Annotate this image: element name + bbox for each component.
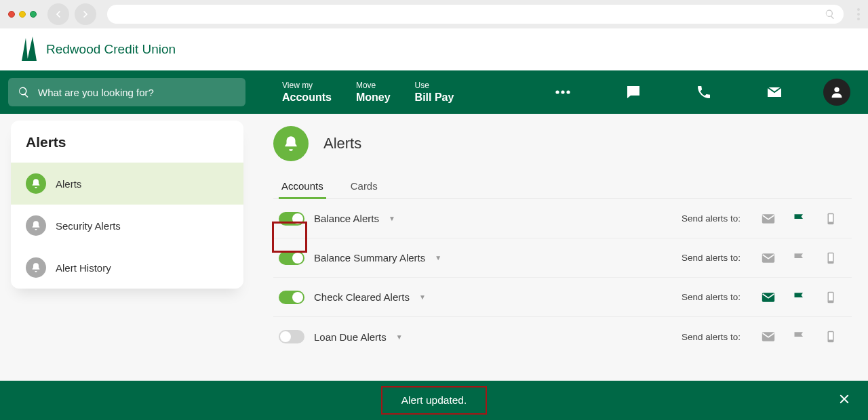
tab-accounts[interactable]: Accounts (280, 175, 325, 198)
bell-icon (26, 173, 46, 194)
main-header: Alerts (273, 126, 852, 161)
mail-icon (766, 84, 783, 100)
alert-row-loan-due: Loan Due Alerts ▼ Send alerts to: (273, 317, 852, 356)
mail-icon (762, 331, 775, 343)
chevron-down-icon[interactable]: ▼ (396, 333, 403, 341)
sidebar-item-label: Alert History (56, 262, 111, 274)
sidebar: Alerts Alerts Security Alerts Alert Hist… (0, 114, 254, 356)
sidebar-title: Alerts (11, 121, 243, 163)
browser-menu-button[interactable] (857, 8, 860, 20)
svg-point-4 (834, 87, 839, 92)
phone-icon (696, 84, 712, 100)
person-icon (829, 85, 844, 100)
sidebar-item-label: Alerts (56, 178, 81, 190)
mail-icon (762, 213, 775, 225)
channel-text[interactable] (789, 211, 810, 226)
close-window-icon[interactable] (8, 11, 15, 18)
channel-email[interactable] (758, 290, 778, 305)
minimize-window-icon[interactable] (19, 11, 26, 18)
mobile-icon (824, 291, 837, 303)
toast-close-button[interactable] (838, 393, 850, 408)
svg-rect-16 (829, 332, 833, 339)
sidebar-item-security-alerts[interactable]: Security Alerts (11, 205, 243, 247)
sidebar-card: Alerts Alerts Security Alerts Alert Hist… (11, 121, 243, 289)
sidebar-item-alerts[interactable]: Alerts (11, 163, 243, 205)
maximize-window-icon[interactable] (30, 11, 37, 18)
toggle-balance-summary-alerts[interactable] (279, 251, 304, 265)
bell-icon (26, 257, 46, 278)
dots-horizontal-icon (555, 89, 571, 95)
svg-point-1 (561, 90, 564, 93)
bell-icon (26, 215, 46, 236)
call-button[interactable] (688, 84, 720, 100)
alert-label: Check Cleared Alerts (314, 291, 410, 303)
send-to-label: Send alerts to: (682, 292, 741, 302)
send-to-label: Send alerts to: (682, 213, 741, 224)
toggle-loan-due-alerts[interactable] (279, 330, 304, 343)
alert-row-balance: Balance Alerts ▼ Send alerts to: (273, 199, 852, 238)
svg-rect-13 (829, 293, 833, 300)
nav-item-billpay[interactable]: Use Bill Pay (415, 81, 454, 104)
url-bar[interactable] (107, 5, 844, 24)
back-button[interactable] (47, 3, 69, 25)
channel-email[interactable] (758, 329, 778, 344)
mail-icon (762, 252, 775, 264)
channel-email[interactable] (758, 251, 778, 266)
logo-mark-icon (20, 37, 39, 62)
close-icon (838, 393, 850, 405)
chevron-down-icon[interactable]: ▼ (435, 254, 441, 261)
toggle-balance-alerts[interactable] (279, 212, 304, 226)
channel-phone[interactable] (821, 211, 841, 226)
tab-cards[interactable]: Cards (349, 175, 379, 198)
search-icon (18, 86, 30, 98)
flag-icon (793, 252, 806, 264)
channel-text[interactable] (789, 290, 810, 305)
page-body: Alerts Alerts Security Alerts Alert Hist… (0, 114, 868, 356)
flag-icon (793, 213, 806, 225)
channel-email[interactable] (758, 211, 778, 226)
main-content: Alerts Accounts Cards Balance Alerts ▼ S… (254, 114, 868, 356)
toast-message: Alert updated. (381, 386, 488, 415)
mobile-icon (824, 213, 837, 225)
primary-nav: What are you looking for? View my Accoun… (0, 70, 868, 114)
flag-icon (793, 331, 806, 343)
sidebar-item-alert-history[interactable]: Alert History (11, 247, 243, 289)
channel-phone[interactable] (821, 329, 841, 344)
chevron-down-icon[interactable]: ▼ (389, 215, 395, 222)
sidebar-item-label: Security Alerts (56, 220, 121, 232)
channel-phone[interactable] (821, 251, 841, 266)
chevron-down-icon[interactable]: ▼ (419, 293, 426, 301)
alert-row-check-cleared: Check Cleared Alerts ▼ Send alerts to: (273, 278, 852, 317)
channel-phone[interactable] (821, 290, 841, 305)
chat-icon (625, 84, 642, 100)
channel-text[interactable] (789, 251, 810, 266)
nav-item-accounts[interactable]: View my Accounts (282, 81, 332, 104)
toggle-check-cleared-alerts[interactable] (279, 291, 304, 304)
search-placeholder: What are you looking for? (38, 87, 154, 98)
alert-row-balance-summary: Balance Summary Alerts ▼ Send alerts to: (273, 238, 852, 278)
more-menu-button[interactable] (547, 89, 579, 95)
brand-logo[interactable]: Redwood Credit Union (20, 37, 176, 62)
nav-item-money[interactable]: Move Money (356, 81, 391, 104)
search-input[interactable]: What are you looking for? (8, 78, 245, 106)
alerts-list: Balance Alerts ▼ Send alerts to: Balance… (273, 199, 852, 356)
window-controls (8, 11, 37, 18)
mail-icon (762, 291, 775, 303)
chevron-right-icon (80, 9, 91, 20)
nav-links: View my Accounts Move Money Use Bill Pay (282, 81, 454, 104)
brand-name: Redwood Credit Union (46, 42, 176, 57)
send-to-label: Send alerts to: (682, 253, 741, 263)
alert-label: Balance Alerts (314, 213, 379, 224)
profile-button[interactable] (823, 79, 850, 106)
alert-label: Loan Due Alerts (314, 331, 387, 343)
mail-button[interactable] (758, 84, 791, 100)
alert-label: Balance Summary Alerts (314, 252, 425, 264)
tabs: Accounts Cards (273, 175, 852, 199)
forward-button[interactable] (75, 3, 96, 25)
logo-bar: Redwood Credit Union (0, 28, 868, 70)
channel-text[interactable] (789, 329, 810, 344)
page-bell-icon (273, 126, 309, 161)
chat-button[interactable] (617, 84, 650, 100)
send-to-label: Send alerts to: (682, 332, 741, 342)
toast-bar: Alert updated. (0, 381, 868, 420)
